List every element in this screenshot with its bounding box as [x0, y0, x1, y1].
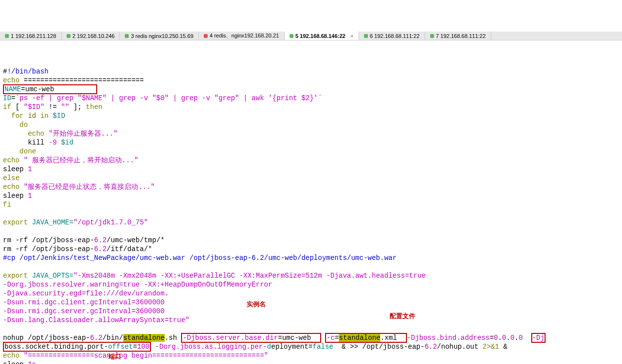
kw-echo: echo [3, 156, 20, 164]
kw-export: export [3, 218, 28, 226]
varref: "$ID" [24, 103, 44, 111]
opt: -Dorg.jboss.as.logging.per- [155, 343, 267, 351]
redir: >> [350, 343, 358, 351]
eq: = [133, 343, 137, 351]
highlight-name-assign: NAME=umc-web [3, 84, 97, 94]
opt: boss.socket.binding.port- [4, 343, 108, 351]
status-dot-icon [290, 34, 293, 38]
string: "/opt/jdk1.7.0_75" [73, 218, 148, 226]
tab-label: 6 192.168.68.111:22 [370, 33, 420, 39]
tab-3[interactable]: 3 redis nginx10.250.15.69 [120, 32, 199, 40]
comment: #cp /opt/Jenkins/test_NewPackage/umc-web… [3, 254, 397, 262]
hl-standalone: standalone [123, 334, 165, 342]
tab-6[interactable]: 6 192.168.68.111:22 [359, 32, 425, 40]
status-dot-icon [5, 34, 9, 38]
kw-for: for [3, 112, 24, 120]
annotation-port: 端口 [109, 352, 121, 361]
eq: = [11, 94, 15, 102]
var-name: NAME [4, 85, 21, 93]
tab-label: 7 192.168.68.111:22 [436, 33, 486, 39]
opt: -9 [48, 139, 57, 146]
varref: $ID [48, 112, 65, 120]
terminal-tab-bar: 1 192.168.211.128 2 192.168.10.246 3 red… [0, 32, 622, 40]
opt: -Djboss.server.base.dir [183, 334, 278, 342]
kw-done: done [3, 147, 36, 155]
tab-5-active[interactable]: 5 192.168.68.146:22× [285, 32, 359, 40]
kw-in: in [40, 112, 49, 120]
kw-echo: echo [3, 130, 44, 138]
status-dot-icon [67, 34, 71, 38]
opt: -Djboss.bind.address [407, 334, 490, 342]
annotation-instance-name: 实例名 [247, 300, 266, 309]
tab-label: 2 192.168.10.246 [73, 33, 115, 39]
redir: 2>&1 [482, 343, 499, 351]
ext: .xml [380, 334, 405, 342]
path: /bin/ [103, 334, 123, 342]
num: 1 [28, 165, 32, 173]
string: "================scan log begin=========… [20, 352, 268, 360]
tab-2[interactable]: 2 192.168.10.246 [62, 32, 120, 40]
backtick-cmd: `ps -ef | grep "$NAME" | grep -v "$0" | … [15, 94, 322, 102]
num: 0 [518, 334, 522, 342]
editor-viewport[interactable]: #!/bin/bash echo =======================… [0, 56, 622, 364]
cmd-sleep: sleep [3, 361, 28, 364]
close-icon[interactable]: × [350, 33, 353, 39]
num: 0 [502, 334, 506, 342]
text: [ [11, 103, 24, 111]
string: -Dsun.rmi.dgc.server.gcInterval=3600000 [3, 307, 165, 315]
dot: . [506, 334, 510, 342]
text: & [333, 343, 350, 351]
shebang: !/bin/bash [7, 68, 48, 75]
cmd-nohup: nohup /opt/jboss-eap- [3, 334, 90, 342]
sp [151, 343, 155, 351]
cmd-sleep: sleep [3, 192, 28, 200]
status-dot-icon [125, 34, 129, 38]
kw-if: if [3, 103, 11, 111]
path: /umc-web/tmp/* [107, 236, 165, 244]
kw-export: export [3, 272, 28, 280]
path: /itf/data/* [107, 245, 152, 253]
kw-echo: echo [3, 76, 20, 84]
varref: $id [57, 139, 73, 146]
status-dot-icon [430, 34, 434, 38]
tab-7[interactable]: 7 192.168.68.111:22 [425, 32, 491, 40]
ext: .sh [165, 334, 182, 342]
highlight-basedir: -Djboss.server.base.dir=umc-web [181, 333, 321, 343]
num: 1s [28, 361, 36, 364]
string: "-Xms2048m -Xmx2048m -XX:+UseParallelGC … [73, 272, 426, 280]
string: -Dorg.jboss.resolver.warning=true -XX:+H… [3, 281, 272, 289]
dot: . [498, 334, 502, 342]
tab-label: 3 redis nginx10.250.15.69 [131, 33, 193, 39]
num: 6.2 [94, 236, 107, 244]
string: -Dsun.lang.ClassLoader.allowArraySyntax=… [3, 316, 189, 324]
kw-then: then [86, 103, 103, 111]
text: ============================= [20, 76, 144, 84]
var: JAVA_HOME= [28, 218, 73, 226]
status-dot-icon [204, 34, 208, 38]
string: -Dsun.rmi.dgc.client.gcInterval=3600000 [3, 298, 165, 306]
kw-else: else [3, 174, 20, 182]
path: /opt/jboss-eap- [358, 343, 424, 351]
cmd-sleep: sleep [3, 165, 28, 173]
eq: = [335, 334, 339, 342]
eq: = [490, 334, 494, 342]
tab-label: 5 192.168.68.146:22 [295, 33, 346, 39]
val: =umc-web [278, 334, 320, 342]
tab-4[interactable]: 4 redis、nginx192.168.20.21 [199, 32, 285, 40]
string: -Djava.security.egd=file:///dev/urandom. [3, 290, 169, 297]
sp [523, 334, 531, 342]
string: "服务器已经是停止状态，将直接启动..." [20, 183, 155, 191]
cmd-kill: kill [3, 139, 48, 146]
num: 6.2 [425, 343, 437, 351]
highlight-config: -c=standalone.xml [325, 333, 407, 343]
status-dot-icon [364, 34, 368, 38]
num: 1 [28, 192, 32, 200]
tab-1[interactable]: 1 192.168.211.128 [0, 32, 62, 40]
text: != [44, 103, 61, 111]
text: eployment= [271, 343, 313, 351]
path: /nohup.out [437, 343, 482, 351]
hl-standalone: standalone [339, 334, 380, 342]
var-id: ID [3, 94, 11, 102]
kw-d: d [267, 343, 271, 351]
num: 100 [137, 343, 149, 351]
